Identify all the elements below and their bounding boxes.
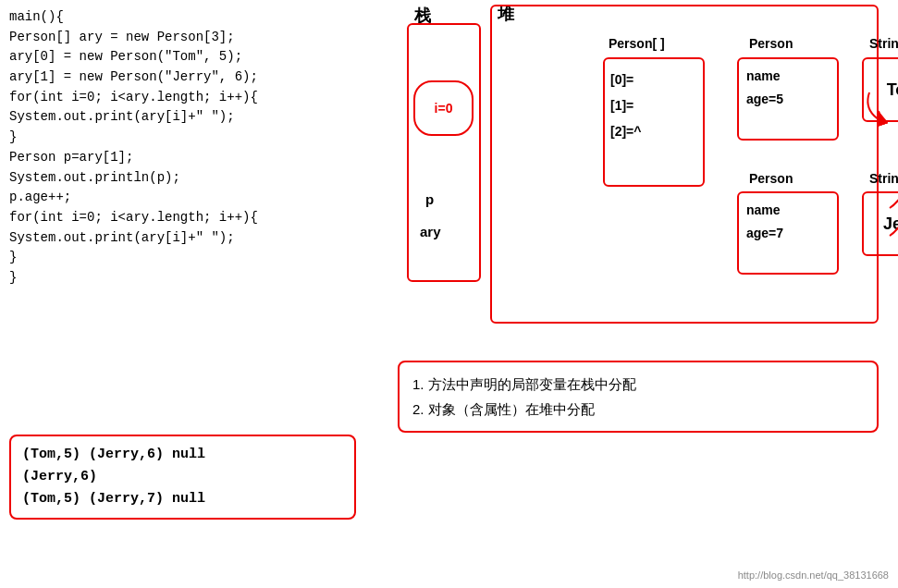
code-line-9: System.out.println(p); (9, 168, 393, 189)
code-line-11: for(int i=0; i<ary.length; i++){ (9, 208, 393, 228)
code-line-10: p.age++; (9, 188, 393, 208)
person-array-label: Person[ ] (609, 36, 665, 51)
code-line-1: main(){ (9, 7, 393, 28)
array-item-2: [2]=^ (610, 118, 697, 144)
person1-name: name (746, 65, 830, 88)
code-line-7: } (9, 128, 393, 148)
notes-line-1: 1. 方法中声明的局部变量在栈中分配 (412, 372, 864, 397)
person-box-2: name age=7 (737, 191, 839, 275)
output-line-3: (Tom,5) (Jerry,7) null (22, 488, 343, 510)
heap-outer-box: Person[ ] [0]= [1]= [2]=^ Person name ag… (490, 5, 879, 324)
notes-line-2: 2. 对象（含属性）在堆中分配 (412, 397, 864, 422)
string-box-2: Jerry (862, 191, 898, 256)
string1-header: String (869, 36, 898, 51)
array-items: [0]= [1]= [2]=^ (605, 59, 703, 152)
output-line-1: (Tom,5) (Jerry,6) null (22, 444, 343, 466)
code-line-8: Person p=ary[1]; (9, 148, 393, 168)
person2-age: age=7 (746, 222, 830, 245)
stack-item-p: p (425, 191, 434, 207)
code-section: main(){ Person[] ary = new Person[3]; ar… (9, 7, 393, 288)
code-line-2: Person[] ary = new Person[3]; (9, 28, 393, 48)
array-item-1: [1]= (610, 92, 697, 118)
person1-age: age=5 (746, 88, 830, 111)
string2-value: Jerry (883, 214, 898, 234)
person2-header: Person (749, 171, 793, 186)
person-box-1: name age=5 (737, 57, 839, 141)
code-line-3: ary[0] = new Person("Tom", 5); (9, 47, 393, 67)
person1-header: Person (749, 36, 793, 51)
array-item-0: [0]= (610, 67, 697, 92)
string2-header: String (869, 171, 898, 186)
stack-item-ary: ary (420, 224, 441, 239)
person2-content: name age=7 (739, 193, 837, 251)
string1-value: Tom (887, 80, 898, 100)
output-line-2: (Jerry,6) (22, 466, 343, 488)
code-line-12: System.out.print(ary[i]+" "); (9, 228, 393, 249)
person1-content: name age=5 (739, 59, 837, 116)
output-box: (Tom,5) (Jerry,6) null (Jerry,6) (Tom,5)… (9, 435, 356, 520)
code-line-14: } (9, 268, 393, 288)
code-line-6: System.out.print(ary[i]+" "); (9, 107, 393, 128)
string-box-1: Tom (862, 57, 898, 122)
watermark: http://blog.csdn.net/qq_38131668 (738, 570, 889, 581)
diagram-area: 栈 i=0 p ary 堆 Person[ ] [0]= [1]= [2]=^ … (407, 5, 888, 351)
code-line-5: for(int i=0; i<ary.length; i++){ (9, 88, 393, 108)
person2-name: name (746, 199, 830, 222)
code-line-13: } (9, 248, 393, 268)
notes-box: 1. 方法中声明的局部变量在栈中分配 2. 对象（含属性）在堆中分配 (398, 361, 879, 433)
code-line-4: ary[1] = new Person("Jerry", 6); (9, 67, 393, 88)
stack-box: i=0 p ary (407, 23, 481, 282)
stack-item-i: i=0 (413, 80, 474, 136)
person-array-box: [0]= [1]= [2]=^ (603, 57, 705, 187)
